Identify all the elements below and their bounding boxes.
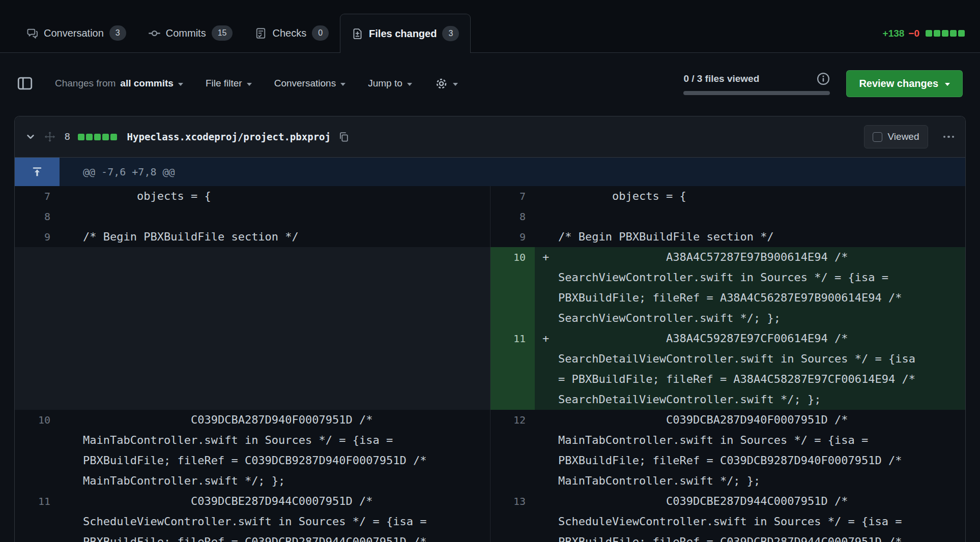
code-line: PBXBuildFile; fileRef = C039DCB9287D940F… xyxy=(558,450,965,471)
code-line: MainTabController.swift */; }; xyxy=(83,471,490,491)
code-line: A38A4C59287E97CF00614E94 /* xyxy=(558,328,965,349)
code-line: PBXBuildFile; fileRef = C039DCBD287D944C… xyxy=(83,532,490,542)
code-line: = PBXBuildFile; fileRef = A38A4C58287E97… xyxy=(558,369,965,389)
diff-line-number[interactable]: 12 xyxy=(490,410,535,491)
diff-line-number[interactable]: 10 xyxy=(490,247,535,328)
code-line: SearchDetailViewController.swift */; }; xyxy=(558,389,965,410)
file-tree-toggle-button[interactable] xyxy=(17,76,33,91)
diff-line-number xyxy=(15,247,60,328)
comment-discussion-icon xyxy=(26,27,38,39)
file-header: 8 Hypeclass.xcodeproj/project.pbxproj Vi… xyxy=(15,116,965,158)
diffstat-block xyxy=(942,30,948,37)
tab-count-badge: 3 xyxy=(109,25,126,41)
code-line xyxy=(83,328,490,349)
changes-from-dropdown[interactable]: Changes from all commits xyxy=(55,78,183,89)
diff-code-cell: objects = { xyxy=(535,186,965,206)
tab-count-badge: 3 xyxy=(442,26,459,41)
diff-code-cell xyxy=(535,206,965,227)
diff-line-number[interactable]: 13 xyxy=(490,491,535,542)
git-commit-icon xyxy=(149,27,160,39)
code-line xyxy=(558,206,965,227)
diffstat: +138 −0 xyxy=(883,28,965,39)
viewed-checkbox-button[interactable]: Viewed xyxy=(864,125,928,148)
tab-commits[interactable]: Commits15 xyxy=(137,14,244,52)
tab-conversation[interactable]: Conversation3 xyxy=(15,14,137,52)
tab-files-changed[interactable]: Files changed3 xyxy=(340,14,471,53)
diffstat-additions: +138 xyxy=(883,28,905,39)
diff-line-number[interactable]: 11 xyxy=(15,491,60,542)
code-line: MainTabController.swift in Sources */ = … xyxy=(83,430,490,450)
code-line: PBXBuildFile; fileRef = C039DCBD287D944C… xyxy=(558,532,965,542)
tab-label: Checks xyxy=(272,27,306,39)
code-line: SearchViewController.swift */; }; xyxy=(558,308,965,328)
info-icon[interactable] xyxy=(817,72,830,85)
toolbar-right: 0 / 3 files viewed Review changes xyxy=(683,70,963,97)
diff-code-cell: C039DCBA287D940F0007951D /*MainTabContro… xyxy=(60,410,490,491)
code-line: SearchDetailViewController.swift in Sour… xyxy=(558,349,965,369)
code-line: MainTabController.swift */; }; xyxy=(558,471,965,491)
changes-from-value: all commits xyxy=(120,78,174,89)
gear-icon xyxy=(435,77,448,91)
conversations-dropdown[interactable]: Conversations xyxy=(274,78,345,89)
file-changes-count: 8 xyxy=(65,131,70,142)
diff-line-number[interactable]: 8 xyxy=(490,206,535,227)
diff-line-number[interactable]: 10 xyxy=(15,410,60,491)
kebab-menu-icon[interactable] xyxy=(942,133,956,141)
addition-sign: + xyxy=(542,328,549,349)
expand-hunk-button[interactable] xyxy=(15,158,60,186)
copy-path-icon[interactable] xyxy=(338,132,349,142)
diffstat-block xyxy=(950,30,957,37)
viewed-checkbox[interactable] xyxy=(873,132,882,142)
tab-label: Files changed xyxy=(369,28,437,40)
diff-grid: 7 objects = {7 objects = {889/* Begin PB… xyxy=(15,186,965,542)
diff-line-number[interactable]: 11 xyxy=(490,328,535,410)
diff-line-number[interactable]: 7 xyxy=(490,186,535,206)
viewed-label: Viewed xyxy=(888,131,919,142)
diffstat-block xyxy=(934,30,940,37)
diff-line-number[interactable]: 7 xyxy=(15,186,60,206)
jump-to-label: Jump to xyxy=(368,78,402,89)
diffstat-block xyxy=(86,134,93,140)
code-line: C039DCBA287D940F0007951D /* xyxy=(558,410,965,430)
review-changes-button[interactable]: Review changes xyxy=(846,70,963,97)
code-line: C039DCBE287D944C0007951D /* xyxy=(558,491,965,511)
checklist-icon xyxy=(255,27,267,39)
code-line: SearchViewController.swift in Sources */… xyxy=(558,267,965,288)
tab-count-badge: 0 xyxy=(312,25,329,41)
diff-code-cell: + A38A4C57287E97B900614E94 /*SearchViewC… xyxy=(535,247,965,328)
code-line: C039DCBA287D940F0007951D /* xyxy=(83,410,490,430)
diff-code-cell xyxy=(60,328,490,410)
diff-line-number[interactable]: 9 xyxy=(15,227,60,247)
diff-code-cell: /* Begin PBXBuildFile section */ xyxy=(535,227,965,247)
file-header-actions: Viewed xyxy=(864,125,955,148)
hunk-header-row: @@ -7,6 +7,8 @@ xyxy=(15,158,965,186)
expand-up-icon xyxy=(32,166,43,177)
diff-code-cell: + A38A4C59287E97CF00614E94 /*SearchDetai… xyxy=(535,328,965,410)
tab-checks[interactable]: Checks0 xyxy=(244,14,340,52)
code-line: ScheduleViewController.swift in Sources … xyxy=(83,511,490,532)
code-line: PBXBuildFile; fileRef = C039DCB9287D940F… xyxy=(83,450,490,471)
collapse-file-chevron-icon[interactable] xyxy=(25,131,36,142)
file-filter-dropdown[interactable]: File filter xyxy=(206,78,252,89)
chevron-down-icon xyxy=(178,83,183,86)
sidebar-icon xyxy=(17,76,33,91)
diff-toolbar: Changes from all commits File filter Con… xyxy=(0,53,980,114)
diff-line-number[interactable]: 9 xyxy=(490,227,535,247)
file-name[interactable]: Hypeclass.xcodeproj/project.pbxproj xyxy=(127,131,331,142)
diff-settings-dropdown[interactable] xyxy=(435,77,458,91)
code-line: objects = { xyxy=(558,186,965,206)
drag-handle-icon[interactable] xyxy=(44,131,56,143)
code-line: objects = { xyxy=(83,186,490,206)
code-line: PBXBuildFile; fileRef = A38A4C56287E97B9… xyxy=(558,288,965,308)
code-line: MainTabController.swift in Sources */ = … xyxy=(558,430,965,450)
chevron-down-icon xyxy=(453,83,458,86)
file-diff-icon xyxy=(352,28,363,40)
diff-line-number[interactable]: 8 xyxy=(15,206,60,227)
code-line: /* Begin PBXBuildFile section */ xyxy=(83,227,490,247)
file-filter-label: File filter xyxy=(206,78,242,89)
jump-to-dropdown[interactable]: Jump to xyxy=(368,78,412,89)
diffstat-block xyxy=(78,134,84,140)
addition-sign: + xyxy=(542,247,549,267)
chevron-down-icon xyxy=(945,83,950,86)
tab-count-badge: 15 xyxy=(212,25,233,41)
